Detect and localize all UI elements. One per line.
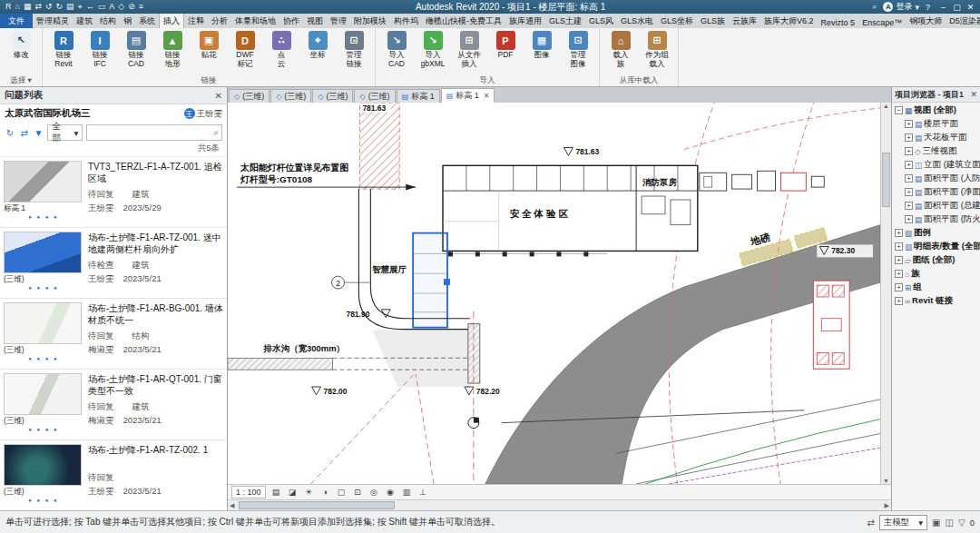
view-scale-button[interactable]: 1 : 100 bbox=[231, 486, 266, 498]
detail-level-icon[interactable]: ▤ bbox=[270, 488, 282, 497]
scroll-up-icon[interactable]: ▲ bbox=[883, 103, 889, 109]
issue-thumbnail[interactable] bbox=[4, 161, 82, 202]
tab-component-dock[interactable]: 构件坞 bbox=[390, 14, 422, 28]
browser-item-area-plans-net[interactable]: +▤面积平面 (净面积) bbox=[892, 185, 980, 199]
browser-item-legends[interactable]: +▧图例 bbox=[892, 226, 980, 240]
pdf-button[interactable]: PPDF bbox=[487, 30, 524, 69]
tab-view[interactable]: 视图 bbox=[303, 14, 327, 28]
manage-images-button[interactable]: ⊡管理 图像 bbox=[560, 30, 596, 69]
tab-gls-civil[interactable]: GLS土建 bbox=[545, 14, 585, 28]
browser-item-families[interactable]: +⌂族 bbox=[892, 267, 980, 281]
tab-family-library-common[interactable]: 族库通用 bbox=[505, 14, 545, 28]
sync-icon[interactable]: ⇄ bbox=[19, 128, 30, 138]
tab-revizto-5[interactable]: Revizto 5 bbox=[818, 16, 859, 28]
close-button[interactable]: ✕ bbox=[964, 3, 977, 12]
issue-filter-select[interactable]: 全部 ▾ bbox=[47, 124, 83, 141]
issue-thumbnail[interactable] bbox=[4, 373, 82, 415]
tab-glodon-quick-model[interactable]: 橄榄山快模-免费工具 bbox=[422, 14, 505, 28]
expand-icon[interactable]: + bbox=[895, 283, 903, 291]
view-tab-level-1-b[interactable]: ▤标高 1✕ bbox=[441, 88, 495, 103]
tag-icon[interactable]: ▭ bbox=[98, 0, 106, 14]
issue-card[interactable]: (三维)● ● ● ●场布-土护降-F1-AR-TZ-002. 1待回复王纷雯2… bbox=[0, 440, 227, 510]
browser-item-area-plans-gross[interactable]: +▤面积平面 (总建筑面积) bbox=[892, 199, 980, 212]
tab-gls-hvac[interactable]: GLS风 bbox=[585, 14, 617, 28]
browser-item-sheets-all[interactable]: +▱图纸 (全部) bbox=[892, 253, 980, 267]
crop-view-icon[interactable]: ▢ bbox=[336, 488, 348, 497]
filter-icon[interactable]: ▼ bbox=[34, 128, 44, 138]
tab-architecture[interactable]: 建筑 bbox=[73, 14, 96, 28]
link-ifc-button[interactable]: I链接 IFC bbox=[82, 30, 118, 69]
tab-addins[interactable]: 附加模块 bbox=[350, 14, 390, 28]
decal-button[interactable]: ▣贴花 bbox=[191, 30, 227, 69]
scroll-right-icon[interactable]: ▶ bbox=[885, 502, 889, 509]
expand-icon[interactable]: + bbox=[905, 202, 913, 210]
print-icon[interactable]: ▤ bbox=[66, 0, 74, 14]
scroll-down-icon[interactable]: ▼ bbox=[883, 478, 889, 484]
horizontal-scrollbar[interactable]: ◀ ▶ bbox=[228, 499, 891, 510]
tab-manage-wizard[interactable]: 管理精灵 bbox=[33, 14, 73, 28]
weighbridge-platform[interactable] bbox=[813, 281, 849, 369]
point-cloud-button[interactable]: ∴点 云 bbox=[263, 30, 299, 69]
tab-family-master-v62[interactable]: 族库大师V6.2 bbox=[760, 14, 818, 28]
default-3d-view-icon[interactable]: ◇ bbox=[118, 0, 124, 14]
expand-icon[interactable]: + bbox=[905, 174, 913, 183]
undo-icon[interactable]: ↺ bbox=[45, 0, 53, 14]
scroll-thumb[interactable] bbox=[882, 153, 890, 207]
tab-steel[interactable]: 钢 bbox=[120, 14, 135, 28]
temporary-hide-isolate-icon[interactable]: ◎ bbox=[368, 488, 380, 497]
link-revit-button[interactable]: R链接 Revit bbox=[45, 30, 82, 69]
floor-plan-canvas[interactable]: 地磅 bbox=[228, 103, 880, 484]
tab-gls-family[interactable]: GLS族 bbox=[697, 14, 729, 28]
expand-icon[interactable]: + bbox=[895, 242, 903, 251]
selected-element-smart-hall[interactable] bbox=[413, 233, 450, 328]
coordination-model-button[interactable]: ⌖坐标 bbox=[299, 30, 336, 69]
view-tab-3d-2[interactable]: ◇(三维) bbox=[270, 89, 311, 103]
tab-collaborate[interactable]: 协作 bbox=[279, 14, 303, 28]
close-panel-icon[interactable]: ✕ bbox=[970, 90, 977, 99]
browser-item-elevations-building[interactable]: +◫立面 (建筑立面) bbox=[892, 158, 980, 172]
thin-lines-icon[interactable]: ≡ bbox=[139, 0, 143, 14]
issue-thumbnail[interactable] bbox=[4, 302, 82, 344]
redo-icon[interactable]: ↻ bbox=[56, 0, 64, 14]
browser-item-views-all[interactable]: −▦视图 (全部) bbox=[892, 104, 980, 117]
issue-card[interactable]: 标高 1● ● ● ●TVT3_TERZL-F1-A-TZ-001. 追检区域待… bbox=[0, 157, 227, 228]
issue-thumbnail[interactable] bbox=[4, 232, 82, 273]
expand-icon[interactable]: + bbox=[895, 229, 903, 237]
refresh-icon[interactable]: ↻ bbox=[5, 128, 15, 138]
link-cad-button[interactable]: ▤链接 CAD bbox=[118, 30, 154, 69]
load-as-group-button[interactable]: ⊞作为组 载入 bbox=[639, 30, 675, 69]
reveal-hidden-elements-icon[interactable]: ◉ bbox=[385, 488, 397, 497]
browser-item-revit-links[interactable]: +∞Revit 链接 bbox=[892, 294, 980, 308]
view-tab-level-1-a[interactable]: ▤标高 1 bbox=[397, 89, 440, 103]
temporary-view-properties-icon[interactable]: ▥ bbox=[401, 488, 413, 497]
expand-icon[interactable]: + bbox=[905, 147, 913, 155]
issue-thumbnail[interactable] bbox=[4, 444, 82, 486]
text-icon[interactable]: A bbox=[109, 0, 114, 14]
aligned-dimension-icon[interactable]: ↔ bbox=[86, 0, 94, 14]
expand-icon[interactable]: + bbox=[905, 161, 913, 169]
signin-button[interactable]: A 登录 ▾ bbox=[883, 1, 919, 13]
tab-annotate[interactable]: 注释 bbox=[184, 14, 208, 28]
scroll-left-icon[interactable]: ◀ bbox=[230, 502, 234, 509]
shadows-icon[interactable]: ◑ bbox=[319, 488, 331, 497]
insert-from-file-button[interactable]: ⊞从文件 插入 bbox=[451, 30, 487, 69]
search-icon[interactable]: ⌕ bbox=[213, 127, 219, 138]
tab-systems[interactable]: 系统 bbox=[135, 14, 159, 28]
close-view-icon[interactable]: ✕ bbox=[484, 92, 490, 100]
tab-analyze[interactable]: 分析 bbox=[208, 14, 231, 28]
visual-style-icon[interactable]: ◪ bbox=[287, 488, 299, 497]
expand-icon[interactable]: + bbox=[895, 256, 903, 264]
dwf-markup-button[interactable]: DDWF 标记 bbox=[227, 30, 263, 69]
help-icon[interactable]: ? bbox=[926, 3, 930, 12]
section-icon[interactable]: ⊘ bbox=[128, 0, 135, 14]
selection-filter-icon[interactable]: ▽ bbox=[958, 518, 965, 528]
open-icon[interactable]: ⌂ bbox=[15, 0, 20, 14]
tab-cloud-family-library[interactable]: 云族库 bbox=[729, 14, 760, 28]
tab-manage[interactable]: 管理 bbox=[327, 14, 350, 28]
expand-icon[interactable]: + bbox=[905, 120, 913, 128]
sun-path-icon[interactable]: ☀ bbox=[303, 488, 315, 497]
expand-icon[interactable]: + bbox=[905, 133, 913, 142]
minimize-button[interactable]: – bbox=[936, 3, 950, 12]
issue-search-box[interactable]: ⌕ bbox=[86, 124, 222, 141]
design-options-icon[interactable]: ▣ bbox=[932, 518, 940, 528]
